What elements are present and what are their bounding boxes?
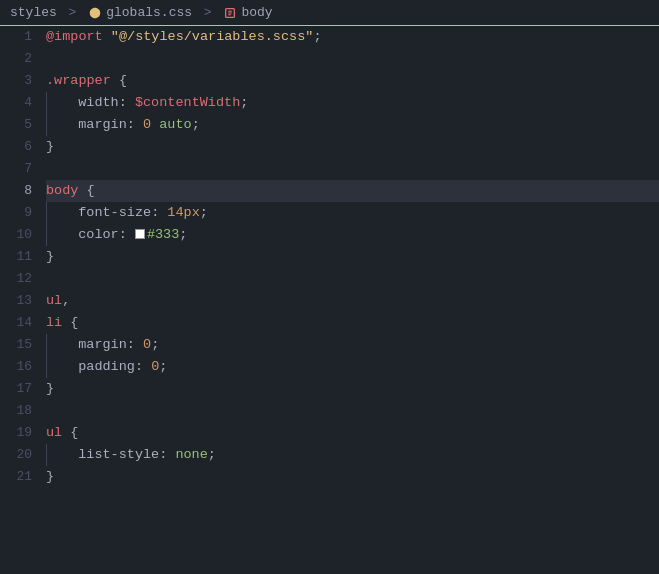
- token-semi-16: ;: [159, 356, 167, 378]
- token-colon-15: :: [127, 334, 143, 356]
- code-line-16: padding : 0 ;: [46, 356, 659, 378]
- token-indent-15: [46, 334, 62, 356]
- token-ul-selector-19: ul: [46, 422, 62, 444]
- token-close-brace-6: }: [46, 136, 54, 158]
- token-content-width-var: $contentWidth: [135, 92, 240, 114]
- globals-label: globals.css: [106, 5, 192, 20]
- token-semi-15: ;: [151, 334, 159, 356]
- token-space-16a: [62, 356, 78, 378]
- token-colon-20: :: [159, 444, 175, 466]
- token-at-import: @import: [46, 26, 103, 48]
- code-line-6: }: [46, 136, 659, 158]
- token-space-3: [111, 70, 119, 92]
- ln-6: 6: [0, 136, 42, 158]
- token-indent-16: [46, 356, 62, 378]
- token-semi-5: ;: [192, 114, 200, 136]
- token-indent-4: [46, 92, 62, 114]
- token-close-brace-11: }: [46, 246, 54, 268]
- ln-9: 9: [0, 202, 42, 224]
- code-line-13: ul ,: [46, 290, 659, 312]
- token-open-brace-19: {: [70, 422, 78, 444]
- code-line-17: }: [46, 378, 659, 400]
- token-margin-prop-15: margin: [78, 334, 127, 356]
- breadcrumb-sep-2: >: [196, 5, 219, 20]
- code-line-1: @import "@/styles/variables.scss" ;: [46, 26, 659, 48]
- token-space: [103, 26, 111, 48]
- ln-2: 2: [0, 48, 42, 70]
- ln-16: 16: [0, 356, 42, 378]
- token-space-8: [78, 180, 86, 202]
- token-space-14: [62, 312, 70, 334]
- ln-8: 8: [0, 180, 42, 202]
- token-open-brace-8: {: [87, 180, 95, 202]
- ln-5: 5: [0, 114, 42, 136]
- scss-icon: [88, 6, 102, 20]
- token-liststyle-prop: list-style: [78, 444, 159, 466]
- ln-20: 20: [0, 444, 42, 466]
- code-line-14: li {: [46, 312, 659, 334]
- code-line-7: [46, 158, 659, 180]
- token-open-brace-3: {: [119, 70, 127, 92]
- breadcrumb-globals: globals.css: [88, 5, 192, 20]
- code-line-19: ul {: [46, 422, 659, 444]
- code-line-2: [46, 48, 659, 70]
- token-width-prop: width: [78, 92, 119, 114]
- styles-label: styles: [10, 5, 57, 20]
- code-line-15: margin : 0 ;: [46, 334, 659, 356]
- token-indent-20: [46, 444, 62, 466]
- code-area: 1 2 3 4 5 6 7 8 9 10 11 12 13 14 15 16 1…: [0, 26, 659, 574]
- code-line-8: body {: [46, 180, 659, 202]
- ln-19: 19: [0, 422, 42, 444]
- token-body-selector: body: [46, 180, 78, 202]
- token-semi-4: ;: [240, 92, 248, 114]
- code-line-21: }: [46, 466, 659, 488]
- token-semi-10: ;: [179, 224, 187, 246]
- token-close-brace-21: }: [46, 466, 54, 488]
- breadcrumb-styles: styles: [10, 5, 57, 20]
- ln-14: 14: [0, 312, 42, 334]
- token-indent-9: [46, 202, 62, 224]
- body-icon: [223, 6, 237, 20]
- code-line-18: [46, 400, 659, 422]
- ln-10: 10: [0, 224, 42, 246]
- token-colon-5: :: [127, 114, 143, 136]
- ln-1: 1: [0, 26, 42, 48]
- code-line-11: }: [46, 246, 659, 268]
- token-open-brace-14: {: [70, 312, 78, 334]
- token-import-path: "@/styles/variables.scss": [111, 26, 314, 48]
- token-fontsize-prop: font-size: [78, 202, 151, 224]
- code-line-3: .wrapper {: [46, 70, 659, 92]
- ln-17: 17: [0, 378, 42, 400]
- token-colon-9: :: [151, 202, 167, 224]
- token-space-10a: [62, 224, 78, 246]
- token-margin-auto: auto: [151, 114, 192, 136]
- token-margin-zero: 0: [143, 114, 151, 136]
- token-space-20a: [62, 444, 78, 466]
- code-line-4: width : $contentWidth ;: [46, 92, 659, 114]
- breadcrumb-sep-1: >: [61, 5, 84, 20]
- token-wrapper-selector: .wrapper: [46, 70, 111, 92]
- ln-11: 11: [0, 246, 42, 268]
- token-color-prop: color: [78, 224, 119, 246]
- code-line-5: margin : 0 auto ;: [46, 114, 659, 136]
- token-margin-prop: margin: [78, 114, 127, 136]
- token-padding-zero: 0: [151, 356, 159, 378]
- token-padding-prop: padding: [78, 356, 135, 378]
- ln-21: 21: [0, 466, 42, 488]
- ln-13: 13: [0, 290, 42, 312]
- line-numbers: 1 2 3 4 5 6 7 8 9 10 11 12 13 14 15 16 1…: [0, 26, 42, 574]
- ln-15: 15: [0, 334, 42, 356]
- breadcrumb: styles > globals.css >: [0, 0, 659, 26]
- token-colon-4: :: [119, 92, 135, 114]
- token-space-15a: [62, 334, 78, 356]
- code-content[interactable]: @import "@/styles/variables.scss" ; .wra…: [42, 26, 659, 574]
- token-comma-13: ,: [62, 290, 70, 312]
- token-space-9a: [62, 202, 78, 224]
- code-line-12: [46, 268, 659, 290]
- body-label: body: [241, 5, 272, 20]
- token-margin-zero-15: 0: [143, 334, 151, 356]
- code-line-20: list-style : none ;: [46, 444, 659, 466]
- ln-4: 4: [0, 92, 42, 114]
- ln-18: 18: [0, 400, 42, 422]
- token-colon-16: :: [135, 356, 151, 378]
